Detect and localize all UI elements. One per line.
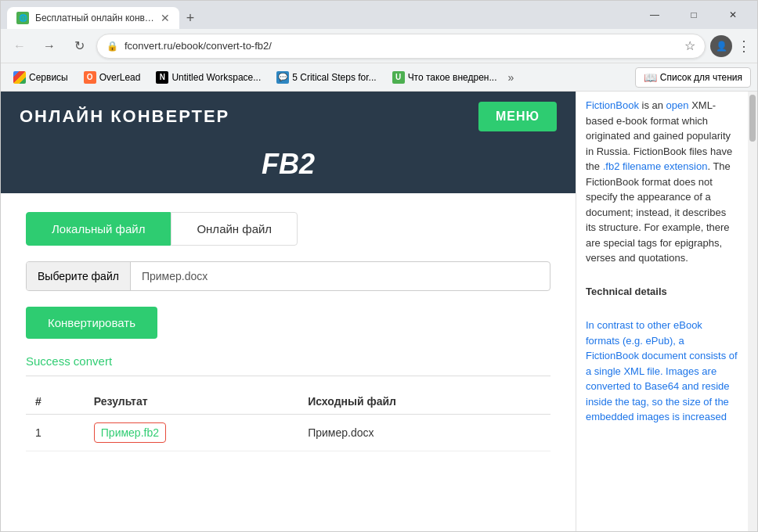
bookmark-star-icon[interactable]: ☆ <box>684 38 695 53</box>
active-tab[interactable]: 🌐 Бесплатный онлайн конвертер... ✕ <box>7 7 179 29</box>
content-area: ОНЛАЙН КОНВЕРТЕР МЕНЮ FB2 Локальный файл… <box>1 92 757 531</box>
bookmark-apps-label: Сервисы <box>29 72 68 83</box>
convert-button[interactable]: Конвертировать <box>26 307 157 339</box>
bookmark-apps[interactable]: Сервисы <box>7 68 74 87</box>
window-controls: — □ ✕ <box>637 1 751 29</box>
bookmark-notion-label: Untitled Workspace... <box>171 72 261 83</box>
tab-title: Бесплатный онлайн конвертер... <box>35 13 154 23</box>
right-panel-content: FictionBook is an open XML-based e-book … <box>586 98 738 266</box>
row-num: 1 <box>26 415 85 451</box>
fb2-title: FB2 <box>262 148 315 181</box>
browser-menu-button[interactable]: ⋮ <box>737 38 751 55</box>
maximize-button[interactable]: □ <box>676 1 712 29</box>
download-link[interactable]: Пример.fb2 <box>94 422 166 443</box>
steps-icon: 💬 <box>276 71 289 84</box>
bookmarks-bar: Сервисы O OverLead N Untitled Workspace.… <box>1 63 757 92</box>
technical-content-link[interactable]: In contrast to other eBook formats (e.g.… <box>586 319 738 422</box>
bookmark-notion[interactable]: N Untitled Workspace... <box>150 68 267 87</box>
forward-button[interactable]: → <box>37 34 62 59</box>
bookmark-steps[interactable]: 💬 5 Critical Steps for... <box>270 68 382 87</box>
lock-icon: 🔒 <box>106 41 118 52</box>
online-file-tab[interactable]: Онлайн файл <box>171 212 298 246</box>
scrollbar[interactable] <box>748 92 757 531</box>
bookmark-overlead[interactable]: O OverLead <box>78 68 147 87</box>
new-tab-button[interactable]: + <box>179 7 201 29</box>
url-bar[interactable]: 🔒 fconvert.ru/ebook/convert-to-fb2/ ☆ <box>96 34 706 59</box>
fb2-ext-link[interactable]: .fb2 filename extension <box>603 160 708 172</box>
more-bookmarks-button[interactable]: » <box>507 71 514 84</box>
browser-window: 🌐 Бесплатный онлайн конвертер... ✕ + — □… <box>0 0 758 532</box>
close-button[interactable]: ✕ <box>715 1 751 29</box>
title-bar: 🌐 Бесплатный онлайн конвертер... ✕ + — □… <box>1 1 757 29</box>
bookmark-u-label: Что такое внедрен... <box>408 72 497 83</box>
bookmark-steps-label: 5 Critical Steps for... <box>292 72 376 83</box>
col-num-header: # <box>26 389 85 415</box>
menu-button[interactable]: МЕНЮ <box>478 102 557 131</box>
success-label: Success convert <box>26 354 550 368</box>
reading-list-button[interactable]: 📖 Список для чтения <box>635 67 751 88</box>
choose-file-button[interactable]: Выберите файл <box>27 262 131 290</box>
minimize-button[interactable]: — <box>637 1 673 29</box>
bookmark-u[interactable]: U Что такое внедрен... <box>386 68 504 87</box>
fictionbook-link[interactable]: FictionBook <box>586 99 639 111</box>
local-file-tab[interactable]: Локальный файл <box>26 212 171 246</box>
address-bar: ← → ↻ 🔒 fconvert.ru/ebook/convert-to-fb2… <box>1 29 757 63</box>
apps-icon <box>13 71 26 84</box>
u-icon: U <box>392 71 405 84</box>
technical-title: Technical details <box>586 284 738 300</box>
site-logo: ОНЛАЙН КОНВЕРТЕР <box>20 106 229 127</box>
profile-button[interactable]: 👤 <box>710 35 732 57</box>
bookmark-overlead-label: OverLead <box>99 72 141 83</box>
divider <box>26 376 550 376</box>
reading-list-icon: 📖 <box>644 71 657 84</box>
website: ОНЛАЙН КОНВЕРТЕР МЕНЮ FB2 Локальный файл… <box>1 92 576 531</box>
open-link[interactable]: open <box>666 99 689 111</box>
scroll-thumb[interactable] <box>749 95 756 142</box>
col-source-header: Исходный файл <box>298 389 550 415</box>
file-input-row: Выберите файл Пример.docx <box>26 261 550 291</box>
back-button[interactable]: ← <box>7 34 32 59</box>
file-type-tabs: Локальный файл Онлайн файл <box>26 212 550 246</box>
row-result: Пример.fb2 <box>85 415 298 451</box>
fb2-title-area: FB2 <box>1 142 576 193</box>
technical-content: In contrast to other eBook formats (e.g.… <box>586 318 738 425</box>
reading-list-label: Список для чтения <box>660 72 742 83</box>
tab-bar: 🌐 Бесплатный онлайн конвертер... ✕ + <box>7 1 630 29</box>
url-text: fconvert.ru/ebook/convert-to-fb2/ <box>125 40 678 52</box>
notion-icon: N <box>156 71 168 84</box>
col-result-header: Результат <box>85 389 298 415</box>
site-header: ОНЛАЙН КОНВЕРТЕР МЕНЮ <box>1 92 576 142</box>
tab-close-button[interactable]: ✕ <box>161 12 170 24</box>
reload-button[interactable]: ↻ <box>67 34 92 59</box>
right-info-panel: FictionBook is an open XML-based e-book … <box>576 92 748 531</box>
result-table: # Результат Исходный файл 1 Пример.fb2 П… <box>26 389 550 451</box>
overlead-icon: O <box>84 71 96 84</box>
row-source: Пример.docx <box>298 415 550 451</box>
selected-file-name: Пример.docx <box>131 262 550 290</box>
profile-icon: 👤 <box>716 41 727 52</box>
table-row: 1 Пример.fb2 Пример.docx <box>26 415 550 451</box>
tab-favicon: 🌐 <box>16 12 29 24</box>
converter-area: Локальный файл Онлайн файл Выберите файл… <box>1 193 576 531</box>
